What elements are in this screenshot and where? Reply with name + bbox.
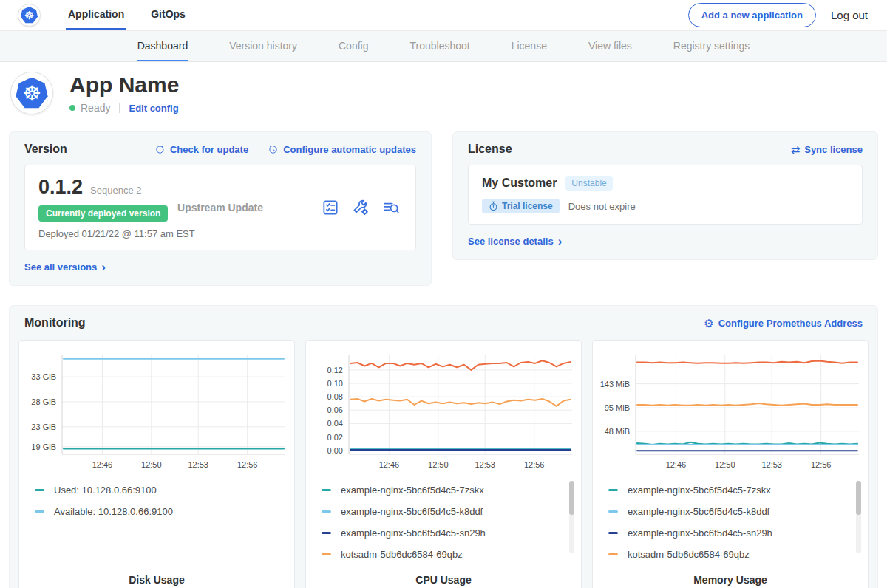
see-all-versions-label: See all versions (24, 261, 97, 273)
legend-scrollbar (856, 481, 861, 553)
tab-dashboard[interactable]: Dashboard (137, 31, 188, 61)
legend-swatch (322, 532, 331, 534)
disk-usage-chart: 12:4612:5012:5312:5619 GiB23 GiB28 GiB33… (21, 349, 293, 474)
channel-badge: Unstable (565, 176, 612, 191)
logs-search-icon[interactable] (381, 198, 401, 217)
svg-text:95 MiB: 95 MiB (605, 403, 630, 412)
svg-text:12:53: 12:53 (188, 460, 208, 469)
tab-gitops[interactable]: GitOps (149, 0, 188, 30)
svg-text:0.06: 0.06 (327, 406, 343, 414)
app-avatar: ☸ (10, 72, 53, 114)
add-application-button[interactable]: Add a new application (688, 3, 816, 27)
legend-swatch (322, 553, 331, 555)
tab-config[interactable]: Config (339, 31, 368, 61)
version-card: Version Check for update Configure autom… (9, 131, 432, 286)
legend-item: example-nginx-5bc6f5d4c5-k8ddf (322, 501, 568, 522)
app-header: ☸ App Name Ready Edit config (0, 62, 887, 124)
tab-version-history[interactable]: Version history (229, 31, 297, 61)
sync-license-link[interactable]: ⇄ Sync license (791, 144, 863, 155)
legend-swatch (322, 489, 331, 491)
cpu-usage-chart: 12:4612:5012:5312:560.000.020.040.060.08… (307, 349, 580, 474)
check-for-update-link[interactable]: Check for update (154, 144, 248, 155)
see-all-versions-link[interactable]: See all versions › (24, 261, 106, 273)
cards-row: Version Check for update Configure autom… (9, 131, 878, 286)
see-all-versions-row: See all versions › (24, 260, 416, 273)
tab-troubleshoot[interactable]: Troubleshoot (409, 31, 469, 61)
stopwatch-icon (489, 201, 498, 211)
page-title: App Name (69, 72, 179, 97)
top-navbar: ☸ Application GitOps Add a new applicati… (0, 0, 887, 31)
deployed-timestamp: Deployed 01/21/22 @ 11:57 am EST (38, 228, 402, 239)
legend-swatch (35, 510, 44, 513)
legend-swatch (608, 489, 618, 491)
memory-usage-legend: example-nginx-5bc6f5d4c5-7zskxexample-ng… (608, 479, 854, 574)
legend-swatch (608, 532, 618, 534)
svg-text:12:50: 12:50 (141, 460, 162, 469)
kubernetes-logo[interactable]: ☸ (18, 4, 41, 27)
tab-license[interactable]: License (512, 31, 547, 61)
legend-item: example-nginx-5bc6f5d4c5-7zskx (322, 479, 568, 501)
legend-swatch (35, 489, 44, 491)
svg-text:12:50: 12:50 (715, 460, 735, 469)
tab-registry-settings[interactable]: Registry settings (673, 31, 750, 61)
logout-link[interactable]: Log out (831, 9, 868, 21)
chart-title: CPU Usage (307, 574, 580, 586)
legend-scrollbar-thumb[interactable] (569, 481, 574, 515)
app-title-block: App Name Ready Edit config (69, 72, 179, 114)
legend-label: example-nginx-5bc6f5d4c5-sn29h (341, 527, 486, 539)
legend-item: Available: 10.128.0.66:9100 (35, 501, 281, 522)
disk-usage-legend: Used: 10.128.0.66:9100Available: 10.128.… (35, 479, 281, 574)
svg-text:12:46: 12:46 (379, 460, 400, 469)
charts-row: 12:4612:5012:5312:5619 GiB23 GiB28 GiB33… (18, 340, 869, 588)
sync-arrows-icon: ⇄ (791, 144, 801, 155)
chevron-right-icon: › (101, 261, 106, 273)
edit-config-link[interactable]: Edit config (129, 103, 178, 114)
preflight-checklist-icon[interactable] (321, 198, 340, 217)
legend-label: kotsadm-5db6dc6584-69qbz (628, 549, 750, 560)
chart-title: Disk Usage (21, 574, 293, 586)
legend-scrollbar (569, 481, 574, 553)
chevron-right-icon: › (558, 235, 563, 247)
svg-text:0.00: 0.00 (327, 446, 343, 455)
svg-text:28 GiB: 28 GiB (31, 397, 56, 406)
version-card-links: Check for update Configure automatic upd… (154, 144, 416, 155)
cpu-usage-legend: example-nginx-5bc6f5d4c5-7zskxexample-ng… (322, 479, 568, 574)
check-for-update-label: Check for update (170, 144, 248, 155)
version-card-head: Version Check for update Configure autom… (24, 143, 416, 156)
version-action-icons (321, 198, 401, 217)
svg-text:48 MiB: 48 MiB (605, 427, 630, 436)
tab-view-files[interactable]: View files (588, 31, 632, 61)
sequence-label: Sequence 2 (90, 185, 141, 196)
monitoring-head: Monitoring ⚙ Configure Prometheus Addres… (18, 316, 869, 329)
svg-text:12:56: 12:56 (237, 460, 258, 469)
legend-label: example-nginx-5bc6f5d4c5-k8ddf (341, 506, 483, 517)
legend-item: example-nginx-5bc6f5d4c5-sn29h (322, 522, 568, 544)
svg-text:12:53: 12:53 (475, 460, 495, 469)
app-status-row: Ready Edit config (69, 102, 179, 114)
tab-gitops-label: GitOps (151, 8, 186, 20)
configure-prometheus-link[interactable]: ⚙ Configure Prometheus Address (704, 318, 863, 329)
svg-text:12:46: 12:46 (92, 460, 113, 469)
svg-text:12:56: 12:56 (811, 460, 832, 469)
configure-automatic-updates-link[interactable]: Configure automatic updates (268, 144, 416, 155)
svg-text:0.10: 0.10 (327, 379, 343, 388)
svg-text:19 GiB: 19 GiB (31, 442, 56, 451)
monitoring-section: Monitoring ⚙ Configure Prometheus Addres… (9, 305, 878, 588)
wrench-gear-icon[interactable] (351, 198, 370, 217)
svg-text:0.02: 0.02 (327, 433, 343, 442)
legend-item: kotsadm-5db6dc6584-69qbz (608, 544, 854, 565)
legend-label: Used: 10.128.0.66:9100 (54, 485, 157, 496)
legend-item: kotsadm-5db6dc6584-69qbz (322, 544, 568, 565)
customer-row: My Customer Unstable (482, 176, 849, 191)
legend-label: kotsadm-5db6dc6584-69qbz (341, 549, 463, 560)
svg-text:143 MiB: 143 MiB (600, 380, 630, 389)
see-license-details-link[interactable]: See license details › (468, 236, 562, 247)
legend-swatch (608, 553, 618, 555)
license-card: License ⇄ Sync license My Customer Unsta… (452, 131, 878, 260)
svg-text:0.08: 0.08 (327, 392, 343, 401)
legend-scrollbar-thumb[interactable] (856, 481, 861, 515)
tab-application[interactable]: Application (66, 0, 126, 30)
kubernetes-wheel-icon: ☸ (16, 78, 49, 109)
legend-label: Available: 10.128.0.66:9100 (54, 506, 173, 517)
legend-swatch (608, 510, 618, 513)
